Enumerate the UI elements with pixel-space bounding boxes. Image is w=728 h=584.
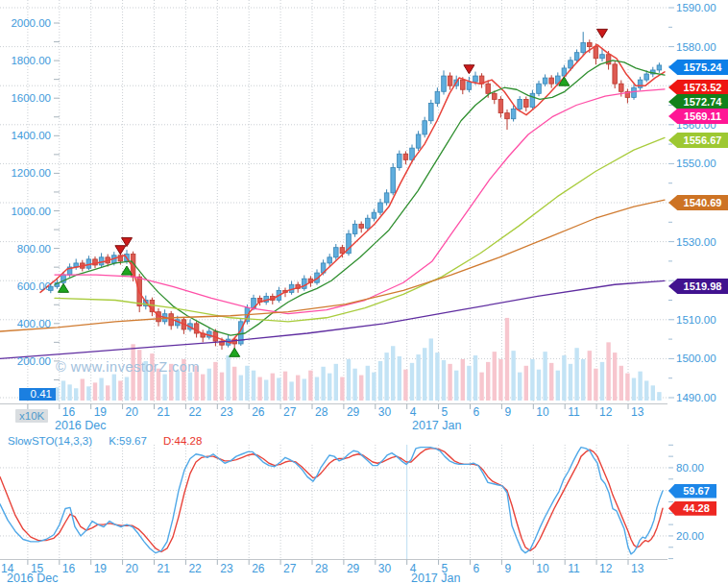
main-date-label: 9: [504, 405, 511, 419]
sto-date-label: 19: [94, 562, 108, 575]
sto-date-label: 21: [158, 562, 171, 575]
main-date-label: 16: [62, 405, 76, 419]
main-date-label: 5: [442, 405, 449, 419]
main-date-label: 30: [378, 405, 392, 419]
right-axis-label: 1580.00: [676, 41, 716, 53]
sto-indicator-label: SlowSTO(14,3,3): [8, 435, 92, 447]
main-date-label: 22: [188, 405, 202, 419]
sto-date-label: 26: [252, 562, 265, 575]
sto-date-label: 22: [188, 562, 202, 575]
volume-multiplier-tag: x10K: [15, 409, 48, 423]
main-date-label: 28: [315, 405, 328, 419]
sto-month-label-jan: 2017 Jan: [411, 572, 460, 584]
sto-d-value-label: D:44.28: [163, 435, 202, 447]
sto-k-value-label: K:59.67: [109, 435, 147, 447]
right-axis-label: 1490.00: [676, 392, 716, 403]
sto-plot-surface[interactable]: [0, 437, 667, 559]
sto-date-label: 9: [504, 562, 511, 575]
sto-date-label: 12: [599, 562, 613, 575]
right-axis-label: 1550.00: [676, 158, 716, 169]
main-date-label: 20: [126, 405, 139, 419]
main-date-label: 21: [158, 405, 171, 419]
main-date-label: 23: [220, 405, 233, 419]
sto-date-label: 10: [536, 562, 549, 575]
sto-date-label: 29: [347, 562, 360, 575]
main-date-label: 27: [283, 405, 297, 419]
sto-date-label: 27: [283, 562, 297, 575]
main-month-label-dec: 2016 Dec: [55, 419, 107, 432]
sto-date-label: 11: [568, 562, 580, 575]
sto-value-tag-44.28: 44.28: [668, 501, 716, 516]
price-tag-1573.52: 1573.52: [668, 80, 728, 95]
sto-date-label: 30: [378, 562, 392, 575]
price-tag-1556.67: 1556.67: [668, 133, 728, 148]
last-volume-tag: 0.41: [19, 388, 56, 401]
sto-indicator-row: SlowSTO(14,3,3) K:59.67 D:44.28: [8, 435, 202, 447]
watermark: © www.investorZ.com: [56, 359, 200, 375]
sto-date-label: 16: [62, 562, 76, 575]
sto-right-axis-label: 80.00: [676, 462, 704, 474]
main-date-label: 26: [252, 405, 265, 419]
price-tag-1569.11: 1569.11: [668, 109, 728, 124]
sto-date-label: 23: [220, 562, 233, 575]
price-tag-1575.24: 1575.24: [668, 60, 728, 75]
right-axis-label: 1530.00: [676, 236, 716, 248]
main-date-label: 12: [599, 405, 613, 419]
trading-chart-window: 2000.001800.001600.001400.001200.001000.…: [0, 0, 728, 584]
right-axis-label: 1510.00: [676, 314, 716, 326]
main-date-label: 11: [568, 405, 580, 419]
main-date-label: 29: [347, 405, 360, 419]
chart-canvas: 2000.001800.001600.001400.001200.001000.…: [0, 0, 728, 584]
sto-date-label: 13: [631, 562, 644, 575]
main-date-label: 10: [536, 405, 549, 419]
main-plot-surface[interactable]: [0, 0, 667, 403]
price-tag-1540.69: 1540.69: [668, 195, 728, 210]
main-date-label: 19: [94, 405, 108, 419]
price-tag-1572.74: 1572.74: [668, 94, 728, 110]
main-date-label: 6: [473, 405, 480, 419]
main-month-label-jan: 2017 Jan: [412, 419, 461, 432]
sto-date-label: 28: [315, 562, 328, 575]
sto-date-label: 6: [473, 562, 480, 575]
right-axis-label: 1590.00: [676, 2, 716, 13]
price-tag-1519.98: 1519.98: [668, 279, 728, 294]
sto-month-label-dec: 2016 Dec: [7, 572, 59, 584]
main-date-label: 4: [410, 405, 417, 419]
sto-right-axis-label: 20.00: [676, 530, 704, 542]
right-axis-label: 1500.00: [676, 353, 716, 364]
sto-date-label: 20: [126, 562, 139, 575]
sto-value-tag-59.67: 59.67: [668, 484, 716, 499]
main-date-label: 13: [631, 405, 644, 419]
